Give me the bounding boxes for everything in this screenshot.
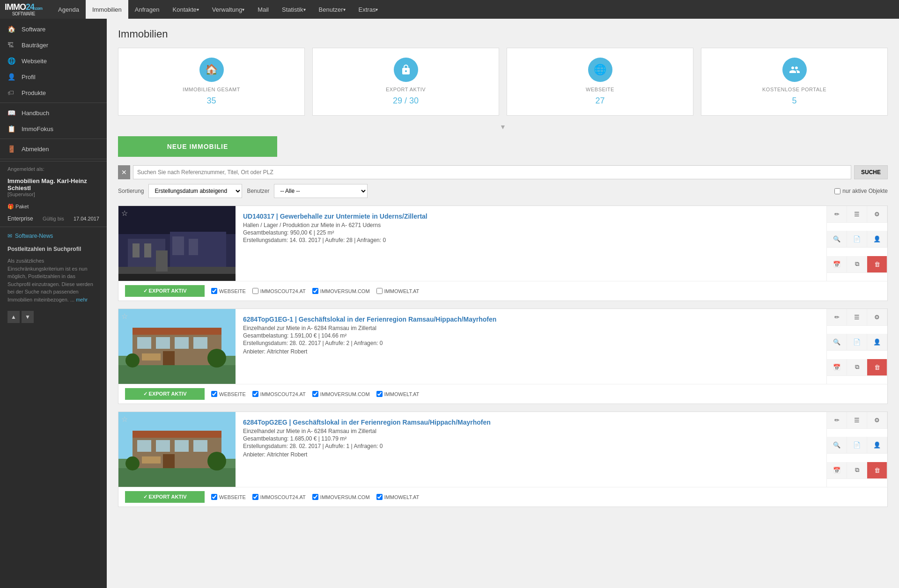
- nav-link-statistik[interactable]: Statistik: [275, 0, 312, 19]
- user-btn-1[interactable]: 👤: [867, 334, 887, 351]
- sidebar-news[interactable]: ✉ Software-News: [0, 229, 107, 243]
- sidebar-item-abmelden[interactable]: 🚪 Abmelden: [0, 141, 107, 157]
- nav-item-kontakte[interactable]: Kontakte: [166, 0, 206, 19]
- portal-item-0-2: IMMOVERSUM.COM: [312, 288, 370, 294]
- nav-item-statistik[interactable]: Statistik: [275, 0, 312, 19]
- search-btn-2[interactable]: 🔍: [827, 437, 847, 454]
- nav-link-benutzer[interactable]: Benutzer: [312, 0, 352, 19]
- list-btn-2[interactable]: ☰: [847, 412, 867, 429]
- portal-check-2-1[interactable]: [252, 494, 258, 500]
- active-only-checkbox[interactable]: [834, 188, 840, 194]
- search-button[interactable]: SUCHE: [854, 165, 888, 179]
- star-icon-1[interactable]: ☆: [121, 312, 128, 321]
- search-btn-0[interactable]: 🔍: [827, 231, 847, 248]
- edit-btn-2[interactable]: ✏: [827, 412, 847, 429]
- portal-check-0-1[interactable]: [252, 288, 258, 294]
- export-btn-0[interactable]: ✓ EXPORT AKTIV: [125, 285, 205, 297]
- star-icon-2[interactable]: ☆: [121, 415, 128, 424]
- nav-item-immobilien[interactable]: Immobilien: [86, 0, 128, 19]
- listing-info-2: 6284TopG2EG | Geschäftslokal in der Feri…: [236, 412, 826, 487]
- edit-btn-0[interactable]: ✏: [827, 206, 847, 223]
- sidebar-item-produkte[interactable]: 🏷 Produkte: [0, 85, 107, 101]
- sidebar-item-bautraeger[interactable]: 🏗 Bauträger: [0, 37, 107, 53]
- nav-link-kontakte[interactable]: Kontakte: [166, 0, 206, 19]
- edit-btn-1[interactable]: ✏: [827, 309, 847, 326]
- info-more-link[interactable]: mehr: [76, 297, 88, 302]
- portal-check-0-0[interactable]: [211, 288, 217, 294]
- listing-title-0[interactable]: UD140317 | Gewerbehalle zur Untermiete i…: [243, 213, 819, 220]
- sidebar-item-profil[interactable]: 👤 Profil: [0, 69, 107, 85]
- portal-check-1-1[interactable]: [252, 391, 258, 397]
- user-btn-2[interactable]: 👤: [867, 437, 887, 454]
- nav-item-agenda[interactable]: Agenda: [52, 0, 86, 19]
- calendar-btn-0[interactable]: 📅: [827, 256, 847, 273]
- listing-detail2-2: Erstellungsdatum: 28. 02. 2017 | Aufrufe…: [243, 443, 819, 449]
- list-btn-0[interactable]: ☰: [847, 206, 867, 223]
- nav-item-benutzer[interactable]: Benutzer: [312, 0, 352, 19]
- svg-rect-27: [133, 431, 221, 438]
- settings-btn-0[interactable]: ⚙: [867, 206, 887, 223]
- portal-check-2-2[interactable]: [312, 494, 318, 500]
- star-icon-0[interactable]: ☆: [121, 209, 128, 218]
- export-btn-1[interactable]: ✓ EXPORT AKTIV: [125, 388, 205, 400]
- svg-rect-28: [137, 440, 151, 452]
- sidebar-item-immofokus[interactable]: 📋 ImmoFokus: [0, 121, 107, 137]
- arrow-up-button[interactable]: ▲: [7, 311, 20, 323]
- nav-link-anfragen[interactable]: Anfragen: [128, 0, 166, 19]
- settings-btn-2[interactable]: ⚙: [867, 412, 887, 429]
- calendar-btn-1[interactable]: 📅: [827, 359, 847, 376]
- portal-item-0-3: IMMOWELT.AT: [376, 288, 420, 294]
- copy-btn-1[interactable]: ⧉: [847, 359, 867, 376]
- portal-check-0-3[interactable]: [376, 288, 383, 294]
- copy-btn-0[interactable]: ⧉: [847, 256, 867, 273]
- listing-title-1[interactable]: 6284TopG1EG-1 | Geschäftslokal in der Fe…: [243, 316, 819, 323]
- nav-link-mail[interactable]: Mail: [251, 0, 275, 19]
- profil-icon: 👤: [7, 73, 17, 81]
- list-btn-1[interactable]: ☰: [847, 309, 867, 326]
- delete-btn-2[interactable]: 🗑: [867, 462, 887, 479]
- doc-btn-2[interactable]: 📄: [847, 437, 867, 454]
- nav-item-anfragen[interactable]: Anfragen: [128, 0, 166, 19]
- portal-check-1-0[interactable]: [211, 391, 217, 397]
- user-label: Benutzer: [247, 188, 269, 194]
- settings-btn-1[interactable]: ⚙: [867, 309, 887, 326]
- listing-anbieter-1: Anbieter: Altrichter Robert: [243, 348, 819, 355]
- user-select[interactable]: -- Alle --: [274, 184, 368, 198]
- nav-link-verwaltung[interactable]: Verwaltung: [206, 0, 251, 19]
- export-btn-2[interactable]: ✓ EXPORT AKTIV: [125, 491, 205, 503]
- sidebar-item-webseite[interactable]: 🌐 Webseite: [0, 53, 107, 69]
- nav-item-extras[interactable]: Extras: [352, 0, 385, 19]
- listing-image-1: ☆: [118, 309, 236, 384]
- delete-btn-1[interactable]: 🗑: [867, 359, 887, 376]
- portal-item-1-1: IMMOSCOUT24.AT: [252, 391, 306, 397]
- nav-link-immobilien[interactable]: Immobilien: [86, 0, 128, 19]
- svg-rect-16: [156, 337, 170, 349]
- sidebar-item-software[interactable]: 🏠 Software: [0, 21, 107, 37]
- portal-check-2-0[interactable]: [211, 494, 217, 500]
- sort-select[interactable]: Erstellungsdatum absteigend: [148, 184, 242, 198]
- new-immobilie-button[interactable]: NEUE IMMOBILIE: [118, 136, 277, 157]
- search-input[interactable]: [133, 165, 851, 179]
- delete-btn-0[interactable]: 🗑: [867, 256, 887, 273]
- portal-check-1-2[interactable]: [312, 391, 318, 397]
- copy-btn-2[interactable]: ⧉: [847, 462, 867, 479]
- doc-btn-0[interactable]: 📄: [847, 231, 867, 248]
- nav-item-mail[interactable]: Mail: [251, 0, 275, 19]
- arrow-down-button[interactable]: ▼: [22, 311, 34, 323]
- calendar-btn-2[interactable]: 📅: [827, 462, 847, 479]
- collapse-stats[interactable]: ▼: [118, 123, 888, 131]
- sidebar-item-handbuch[interactable]: 📖 Handbuch: [0, 105, 107, 121]
- search-clear-button[interactable]: ✕: [118, 165, 130, 179]
- sidebar-label-profil: Profil: [22, 74, 36, 81]
- nav-item-verwaltung[interactable]: Verwaltung: [206, 0, 251, 19]
- listing-top-1: ☆ 6284TopG1EG-1 | Geschäftslokal in der …: [118, 309, 887, 384]
- search-btn-1[interactable]: 🔍: [827, 334, 847, 351]
- nav-link-agenda[interactable]: Agenda: [52, 0, 86, 19]
- listing-title-2[interactable]: 6284TopG2EG | Geschäftslokal in der Feri…: [243, 419, 819, 426]
- doc-btn-1[interactable]: 📄: [847, 334, 867, 351]
- portal-check-0-2[interactable]: [312, 288, 318, 294]
- user-btn-0[interactable]: 👤: [867, 231, 887, 248]
- nav-link-extras[interactable]: Extras: [352, 0, 385, 19]
- portal-check-2-3[interactable]: [376, 494, 383, 500]
- portal-check-1-3[interactable]: [376, 391, 383, 397]
